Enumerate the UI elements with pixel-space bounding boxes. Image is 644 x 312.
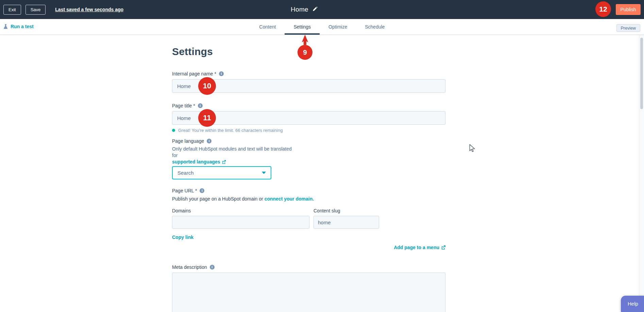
tab-optimize[interactable]: Optimize — [328, 24, 347, 30]
tab-settings[interactable]: Settings — [293, 24, 311, 30]
external-link-icon — [441, 245, 445, 249]
vertical-scrollbar — [639, 35, 644, 312]
annotation-badge-11: 11 — [198, 109, 216, 127]
title-validation: Great! You're within the limit. 66 chara… — [172, 128, 445, 133]
success-dot-icon — [172, 129, 175, 132]
domains-label: Domains — [172, 208, 309, 213]
content-slug-input[interactable] — [313, 216, 379, 229]
annotation-badge-9: 9 — [298, 35, 312, 60]
validation-message: Great! You're within the limit. 66 chara… — [178, 128, 283, 133]
page-title-label: Page title * i — [172, 103, 445, 108]
scrollbar-thumb[interactable] — [640, 38, 643, 109]
page-language-select[interactable]: Search — [172, 166, 271, 179]
domains-input[interactable] — [172, 216, 309, 229]
annotation-badge-12: 12 — [595, 1, 611, 17]
page-url-help: Publish your page on a HubSpot domain or… — [172, 196, 445, 202]
info-icon[interactable]: i — [207, 139, 211, 143]
add-page-to-menu-link[interactable]: Add page to a menu — [394, 245, 439, 250]
annotation-arrow-up — [298, 35, 312, 45]
info-icon[interactable]: i — [198, 103, 203, 108]
publish-button[interactable]: Publish — [616, 4, 641, 15]
exit-button[interactable]: Exit — [3, 5, 21, 15]
annotation-badge-10: 10 — [198, 77, 216, 95]
tab-bar: Content Settings Optimize Schedule — [0, 19, 644, 35]
edit-pencil-icon[interactable] — [312, 7, 318, 12]
selected-language: Search — [177, 170, 194, 176]
page-title: Home — [291, 6, 308, 13]
top-bar: Exit Save Last saved a few seconds ago H… — [0, 0, 644, 19]
tab-content[interactable]: Content — [259, 24, 276, 30]
meta-description-label: Meta description i — [172, 264, 445, 270]
info-icon[interactable]: i — [210, 265, 215, 270]
settings-panel: Settings Internal page name * i 10 Page … — [0, 35, 639, 312]
info-icon[interactable]: i — [219, 71, 224, 76]
supported-languages-link[interactable]: supported languages — [172, 159, 220, 164]
connect-your-domain-link[interactable]: connect your domain. — [265, 196, 314, 202]
save-button[interactable]: Save — [26, 5, 46, 15]
last-saved-link[interactable]: Last saved a few seconds ago — [55, 7, 123, 12]
external-link-icon — [222, 160, 226, 164]
help-button[interactable]: Help — [621, 296, 644, 312]
language-help-text: Only default HubSpot modules and text wi… — [172, 146, 294, 159]
meta-description-textarea[interactable] — [172, 273, 445, 312]
internal-page-name-label: Internal page name * i — [172, 71, 445, 76]
info-icon[interactable]: i — [200, 188, 204, 193]
chevron-down-icon — [262, 172, 266, 174]
page-language-label: Page language i — [172, 138, 445, 144]
content-slug-label: Content slug — [313, 208, 379, 213]
editor-toolbar: Run a test Content Settings Optimize Sch… — [0, 19, 644, 35]
preview-button[interactable]: Preview — [616, 24, 640, 32]
copy-link[interactable]: Copy link — [172, 235, 196, 240]
tab-schedule[interactable]: Schedule — [365, 24, 385, 30]
page-url-label: Page URL * i — [172, 188, 445, 193]
